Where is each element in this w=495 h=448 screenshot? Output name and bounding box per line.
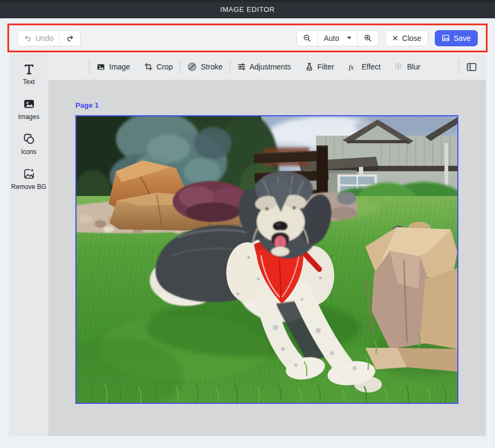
tool-label: Adjustments (250, 62, 291, 71)
tool-label: Stroke (201, 62, 222, 71)
close-button[interactable]: ✕ Close (385, 30, 429, 46)
stroke-none-icon (187, 62, 197, 72)
close-label: Close (402, 34, 421, 43)
crop-icon (144, 62, 153, 71)
zoom-in-button[interactable] (357, 31, 378, 46)
undo-button[interactable]: Undo (18, 31, 59, 46)
tool-stroke[interactable]: Stroke (180, 54, 229, 80)
tool-label: Filter (317, 62, 334, 71)
edit-tools-group: Image Crop (89, 54, 427, 80)
tool-filter[interactable]: Filter (298, 54, 341, 80)
artboard-page-1[interactable] (75, 115, 458, 404)
save-label: Save (454, 34, 471, 43)
tool-effect[interactable]: fx Effect (341, 54, 388, 80)
sidebar-item-label: Icons (21, 148, 37, 156)
edit-toolbar: Image Crop (48, 54, 486, 80)
side-panel-icon (466, 62, 477, 72)
history-button-group: Undo (17, 30, 81, 46)
window-title-bar: IMAGE EDITOR (0, 0, 495, 18)
zoom-control-group: Auto (296, 30, 379, 46)
sidebar-item-label: Remove BG (11, 183, 46, 191)
photo-dog-in-yard[interactable] (76, 116, 457, 403)
blur-dots-icon (394, 62, 403, 71)
zoom-level-value: Auto (324, 34, 340, 43)
sidebar-item-icons[interactable]: Icons (11, 132, 47, 156)
zoom-out-icon (303, 34, 312, 43)
undo-icon (24, 34, 32, 43)
icons-icon (23, 132, 36, 145)
adjustments-icon (237, 62, 246, 71)
redo-button[interactable] (59, 31, 80, 46)
editor-main: Text Images Icons (9, 54, 486, 436)
tool-label: Crop (157, 62, 173, 71)
remove-bg-icon (23, 167, 36, 180)
zoom-in-icon (364, 34, 372, 43)
sidebar-item-label: Images (18, 113, 39, 121)
canvas-area[interactable]: Page 1 (48, 80, 486, 436)
tool-adjustments[interactable]: Adjustments (230, 54, 298, 80)
close-icon: ✕ (392, 34, 399, 43)
left-sidebar: Text Images Icons (9, 54, 48, 436)
editor-column: Image Crop (48, 54, 486, 436)
page-label: Page 1 (75, 101, 99, 109)
sidebar-item-label: Text (23, 78, 34, 86)
sidebar-item-remove-bg[interactable]: Remove BG (11, 167, 47, 191)
window-title: IMAGE EDITOR (220, 5, 275, 13)
toggle-side-panel-button[interactable] (459, 62, 477, 72)
undo-label: Undo (36, 34, 53, 43)
redo-icon (66, 34, 74, 43)
svg-text:fx: fx (349, 63, 354, 71)
sidebar-item-images[interactable]: Images (11, 97, 47, 121)
images-icon (23, 97, 36, 110)
zoom-level-dropdown[interactable]: Auto (317, 31, 357, 46)
image-save-icon (442, 34, 450, 42)
tool-label: Image (109, 62, 130, 71)
tool-crop[interactable]: Crop (137, 54, 180, 80)
tool-label: Effect (362, 62, 381, 71)
text-icon (23, 62, 36, 75)
tool-image[interactable]: Image (89, 54, 137, 80)
fx-effect-icon: fx (348, 62, 358, 71)
image-icon (96, 62, 105, 72)
sidebar-item-text[interactable]: Text (11, 62, 47, 86)
filter-flask-icon (305, 62, 314, 71)
chevron-down-icon (347, 37, 351, 39)
tool-blur[interactable]: Blur (387, 54, 427, 80)
zoom-out-button[interactable] (297, 31, 317, 46)
photo-purple-shrub (173, 181, 250, 222)
save-button[interactable]: Save (435, 30, 478, 46)
tool-label: Blur (407, 62, 420, 71)
main-toolbar: Undo Auto (8, 24, 487, 52)
